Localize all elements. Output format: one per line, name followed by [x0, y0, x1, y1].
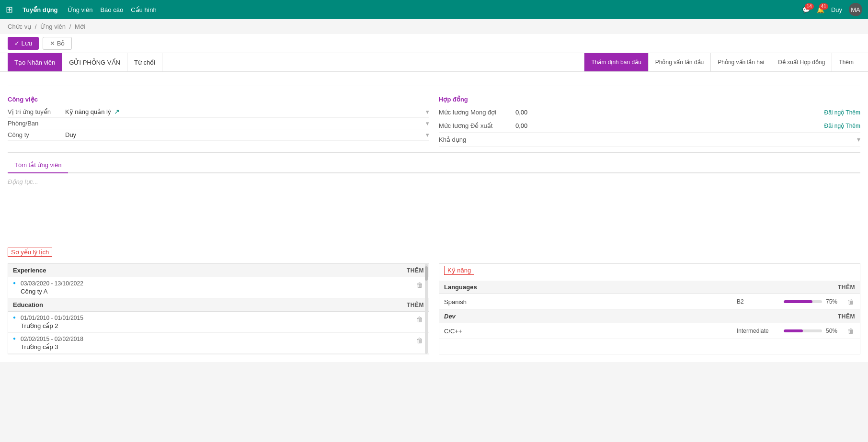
- save-button[interactable]: ✓ Lưu: [8, 37, 39, 50]
- top-partial-row: [8, 72, 860, 86]
- education-delete-1[interactable]: 🗑: [415, 336, 424, 345]
- hop-dong-header: Hợp đồng: [439, 96, 860, 103]
- muc-luong-de-xuat-group: Mức lương Đề xuất 0,00 Đãi ngộ Thêm: [439, 119, 860, 133]
- experience-header: Experience THÊM: [8, 264, 429, 277]
- phong-ban-input[interactable]: [65, 120, 423, 127]
- resume-scrollbar[interactable]: [425, 264, 428, 354]
- education-dot-1: ●: [13, 336, 16, 341]
- cong-viec-section: Công việc Vị trí ứng tuyển Kỹ năng quản …: [8, 90, 429, 147]
- grid-icon[interactable]: ⊞: [6, 4, 13, 15]
- skill-language-bar-0: [784, 300, 812, 303]
- education-item-0: ● 01/01/2010 - 01/01/2015 Trường cấp 2 🗑: [8, 312, 429, 333]
- resume-skills-row: Experience THÊM ● 03/03/2020 - 13/10/202…: [8, 263, 860, 354]
- dai-ngo-them-1[interactable]: Đãi ngộ Thêm: [824, 109, 860, 116]
- avatar[interactable]: MA: [849, 3, 862, 16]
- top-menu: Ứng viên Báo cáo Cấu hình: [68, 6, 157, 13]
- education-date-1: 02/02/2015 - 02/02/2018: [21, 336, 83, 342]
- skill-dev-level-0: Intermediate: [737, 328, 780, 334]
- phong-ban-value: ▾: [65, 120, 429, 127]
- resume-section: Sơ yếu lý lịch: [8, 248, 860, 261]
- stage-tab-3[interactable]: Đề xuất Hợp đồng: [771, 53, 832, 71]
- kha-dung-dropdown-arrow: ▾: [857, 136, 860, 143]
- breadcrumb-chuc-vu[interactable]: Chức vụ: [8, 23, 31, 30]
- skills-panel: Kỹ năng Languages THÊM Spanish B2 75% 🗑 …: [439, 263, 860, 354]
- breadcrumb-ung-vien[interactable]: Ứng viên: [40, 23, 66, 30]
- send-interview-button[interactable]: GỬI PHỎNG VẤN: [62, 53, 127, 71]
- resume-panel: Experience THÊM ● 03/03/2020 - 13/10/202…: [8, 263, 429, 354]
- muc-luong-de-xuat-value: 0,00: [515, 122, 824, 129]
- experience-item-0: ● 03/03/2020 - 13/10/2022 Công ty A 🗑: [8, 277, 429, 298]
- skills-title-container: Kỹ năng: [439, 264, 860, 281]
- menu-ung-vien[interactable]: Ứng viên: [68, 6, 93, 13]
- cong-ty-dropdown-arrow: ▾: [426, 131, 429, 138]
- discard-button[interactable]: ✕ Bỏ: [43, 37, 72, 50]
- skill-dev-name-0: C/C++: [444, 328, 733, 335]
- refuse-button[interactable]: Từ chối: [127, 53, 162, 71]
- vi-tri-value: Kỹ năng quản lý ↗ ▾: [65, 108, 429, 115]
- summary-placeholder[interactable]: Động lực...: [8, 173, 860, 190]
- education-label: Education: [13, 301, 43, 308]
- education-dot-0: ●: [13, 315, 16, 320]
- brand: Tuyển dụng: [23, 6, 58, 13]
- skill-dev-0: C/C++ Intermediate 50% 🗑: [439, 323, 860, 339]
- stage-tabs: Thẩm định ban đầu Phỏng vấn lần đầu Phỏn…: [584, 53, 860, 71]
- vi-tri-label: Vị trí ứng tuyển: [8, 108, 65, 115]
- skills-title[interactable]: Kỹ năng: [444, 266, 474, 275]
- stage-tab-0[interactable]: Thẩm định ban đầu: [584, 53, 648, 71]
- muc-luong-mong-doi-group: Mức lương Mong đợi 0,00 Đãi ngộ Thêm: [439, 106, 860, 119]
- stage-tab-4[interactable]: Thêm: [832, 53, 860, 71]
- menu-cau-hinh[interactable]: Cấu hình: [131, 6, 157, 13]
- phong-ban-group: Phòng/Ban ▾: [8, 118, 429, 129]
- notif-badge: 41: [819, 3, 828, 10]
- experience-add-button[interactable]: THÊM: [407, 267, 424, 274]
- tab-tom-tat[interactable]: Tóm tắt ứng viên: [8, 158, 68, 173]
- dev-add-button[interactable]: THÊM: [838, 313, 855, 320]
- vi-tri-dropdown-arrow: ▾: [426, 108, 429, 115]
- skill-dev-bar-0: [784, 329, 803, 332]
- education-delete-0[interactable]: 🗑: [415, 315, 424, 324]
- muc-luong-mong-doi-value: 0,00: [515, 109, 824, 116]
- breadcrumb: Chức vụ / Ứng viên / Mới: [0, 19, 868, 34]
- top-navigation: ⊞ Tuyển dụng Ứng viên Báo cáo Cấu hình 💬…: [0, 0, 868, 19]
- create-employee-button[interactable]: Tạo Nhân viên: [8, 53, 62, 71]
- education-date-0: 01/01/2010 - 01/01/2015: [21, 315, 83, 321]
- languages-header: Languages THÊM: [439, 281, 860, 294]
- experience-label: Experience: [13, 267, 46, 274]
- education-name-0: Trường cấp 2: [21, 322, 83, 329]
- skill-language-level-0: B2: [737, 298, 780, 305]
- experience-delete-0[interactable]: 🗑: [415, 280, 424, 290]
- chat-icon[interactable]: 💬14: [802, 6, 810, 13]
- menu-bao-cao[interactable]: Báo cáo: [100, 6, 123, 13]
- languages-add-button[interactable]: THÊM: [838, 284, 855, 291]
- experience-dot-0: ●: [13, 280, 16, 285]
- kha-dung-label: Khả dụng: [439, 136, 515, 143]
- cong-ty-label: Công ty: [8, 131, 65, 138]
- vi-tri-ext-link[interactable]: ↗: [114, 108, 120, 115]
- content-spacer: [8, 190, 860, 248]
- user-name[interactable]: Duy: [831, 6, 842, 13]
- skill-language-pct-0: 75%: [826, 298, 843, 305]
- breadcrumb-current: Mới: [75, 23, 85, 30]
- kha-dung-group: Khả dụng ▾: [439, 133, 860, 147]
- phong-ban-dropdown-arrow: ▾: [426, 120, 429, 127]
- action-row: Tạo Nhân viên GỬI PHỎNG VẤN Từ chối Thẩm…: [0, 53, 868, 72]
- app-title: Tuyển dụng: [23, 6, 58, 13]
- skill-dev-progress-0: [784, 329, 822, 332]
- phong-ban-label: Phòng/Ban: [8, 120, 65, 127]
- stage-tab-2[interactable]: Phỏng vấn lần hai: [710, 53, 771, 71]
- education-add-button[interactable]: THÊM: [407, 302, 424, 308]
- hop-dong-section: Hợp đồng Mức lương Mong đợi 0,00 Đãi ngộ…: [439, 90, 860, 147]
- muc-luong-mong-doi-label: Mức lương Mong đợi: [439, 109, 515, 116]
- education-name-1: Trường cấp 3: [21, 343, 83, 351]
- top-right: 💬14 🔔41 Duy MA: [802, 3, 862, 16]
- dev-label: Dev: [444, 313, 456, 320]
- stage-tab-1[interactable]: Phỏng vấn lần đầu: [648, 53, 710, 71]
- notification-icon[interactable]: 🔔41: [817, 6, 824, 13]
- resume-title[interactable]: Sơ yếu lý lịch: [8, 248, 52, 257]
- dai-ngo-them-2[interactable]: Đãi ngộ Thêm: [824, 123, 860, 129]
- skill-dev-delete-0[interactable]: 🗑: [846, 326, 855, 336]
- languages-label: Languages: [444, 283, 477, 291]
- skill-language-delete-0[interactable]: 🗑: [846, 297, 855, 306]
- tab-bar: Tóm tắt ứng viên: [8, 158, 860, 173]
- toolbar: ✓ Lưu ✕ Bỏ: [0, 34, 868, 53]
